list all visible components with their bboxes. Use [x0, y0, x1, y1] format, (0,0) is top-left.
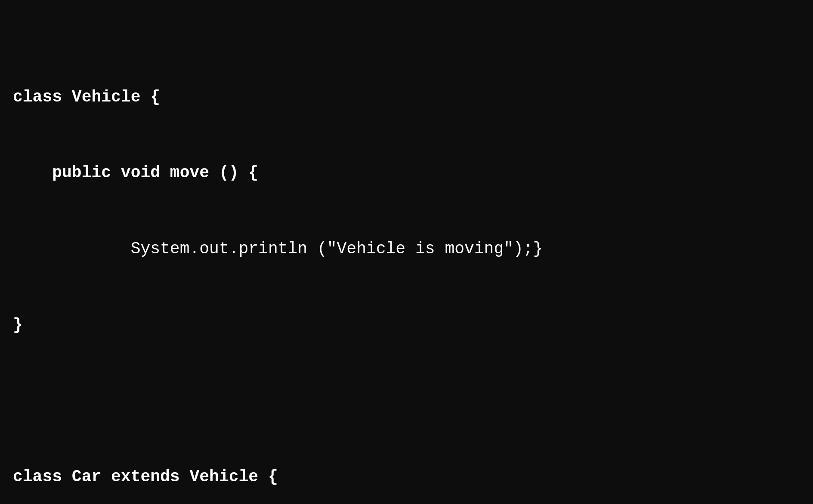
- code-block: class Vehicle { public void move () { Sy…: [13, 9, 800, 504]
- line-4: }: [13, 313, 800, 338]
- keyword-class-1: class Vehicle {: [13, 88, 160, 106]
- keyword-class-car: class Car extends Vehicle {: [13, 467, 278, 486]
- line-1: class Vehicle {: [13, 85, 800, 110]
- line-6: class Car extends Vehicle {: [13, 464, 800, 490]
- line-5: [13, 388, 800, 414]
- code-println-1: System.out.println ("Vehicle is moving")…: [131, 240, 543, 258]
- keyword-public-1: public void move () {: [52, 163, 258, 182]
- line-3: System.out.println ("Vehicle is moving")…: [13, 237, 800, 262]
- close-brace-1: }: [13, 316, 23, 334]
- line-2: public void move () {: [13, 160, 800, 186]
